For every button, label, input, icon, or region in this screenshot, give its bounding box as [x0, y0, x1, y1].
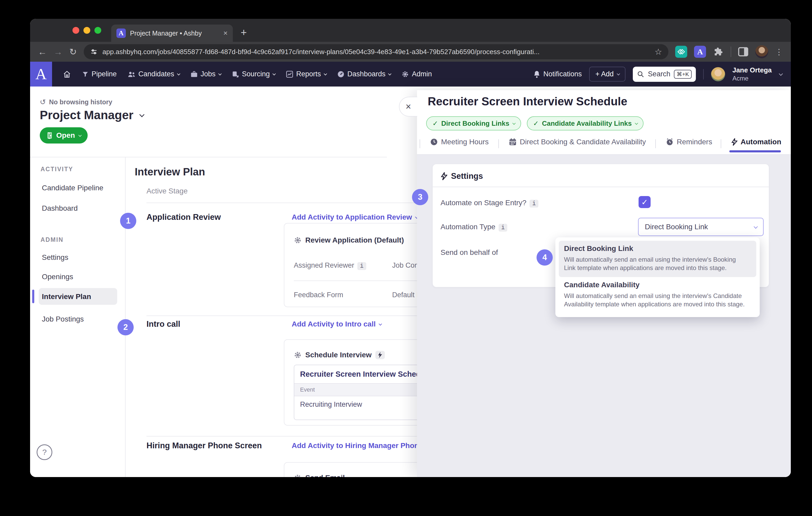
tab-label: Reminders — [677, 138, 712, 146]
event-label: Event — [294, 383, 431, 396]
activity-card-title: Review Application (Default) — [305, 236, 404, 244]
nav-item-dashboards[interactable]: Dashboards — [337, 70, 391, 78]
chevron-down-icon — [78, 133, 82, 137]
chevron-down-icon[interactable] — [139, 112, 144, 117]
nav-item-reports[interactable]: Reports — [286, 70, 326, 78]
job-title-row[interactable]: Project Manager — [40, 108, 143, 122]
back-icon[interactable]: ← — [38, 47, 47, 57]
tab-label: Automation — [741, 138, 781, 146]
sidebar-divider — [125, 157, 125, 477]
extensions-puzzle-icon[interactable] — [713, 46, 724, 57]
sidebar-item-interview-plan[interactable]: Interview Plan — [42, 293, 91, 301]
browser-window: A Project Manager • Ashby × + ← → ↻ app.… — [30, 19, 791, 477]
add-activity-link[interactable]: Add Activity to Application Review — [292, 213, 417, 221]
browser-tab[interactable]: A Project Manager • Ashby × — [111, 25, 233, 42]
tab-reminders[interactable]: Reminders — [666, 138, 712, 146]
site-settings-icon[interactable] — [90, 48, 98, 56]
panel-close-button[interactable]: × — [399, 97, 417, 117]
interview-schedule-panel: Recruiter Screen Interview Schedule ✓ Di… — [417, 90, 791, 477]
url-bar[interactable]: app.ashbyhq.com/jobs/40855877-fd68-487d-… — [84, 44, 669, 59]
direct-booking-links-badge[interactable]: ✓ Direct Booking Links — [426, 116, 521, 130]
panel-badges: ✓ Direct Booking Links ✓ Candidate Avail… — [426, 116, 643, 130]
automation-type-label: Automation Typei — [440, 223, 507, 232]
sidebar-item-dashboard[interactable]: Dashboard — [42, 204, 78, 213]
tab-close-icon[interactable]: × — [224, 29, 228, 37]
nav-item-admin[interactable]: Admin — [402, 70, 432, 78]
interview-schedule-card[interactable]: Recruiter Screen Interview Schedule Even… — [294, 365, 432, 420]
search-label: Search — [648, 70, 670, 78]
settings-header: Settings — [440, 172, 483, 181]
tab-direct-booking-candidate-availability[interactable]: Direct Booking & Candidate Availability — [509, 138, 646, 146]
browsing-history[interactable]: ↺ No browsing history — [40, 98, 112, 107]
stage-name-application-review: Application Review — [146, 213, 221, 222]
browser-menu-icon[interactable]: ⋮ — [775, 47, 783, 57]
ashby-extension-icon[interactable]: A — [694, 46, 706, 58]
nav-item-label: Sourcing — [242, 70, 270, 78]
tab-automation[interactable]: Automation — [731, 138, 781, 146]
job-status-button[interactable]: Open — [40, 127, 88, 144]
bolt-icon — [440, 172, 447, 180]
home-nav-button[interactable] — [63, 70, 71, 78]
notifications-button[interactable]: Notifications — [533, 70, 582, 78]
chevron-down-icon — [324, 72, 327, 75]
help-button[interactable]: ? — [37, 444, 52, 460]
info-badge[interactable]: i — [357, 262, 366, 270]
info-badge[interactable]: i — [529, 200, 539, 208]
sidebar-section-admin: ADMIN — [40, 236, 64, 243]
browser-profile-avatar[interactable] — [755, 45, 768, 58]
extension-icon-teal[interactable] — [675, 46, 687, 58]
nav-item-label: Jobs — [201, 70, 215, 78]
annotation-circle-3: 3 — [412, 189, 428, 205]
badge-label: Candidate Availability Links — [542, 119, 632, 127]
info-badge[interactable]: i — [499, 224, 508, 232]
field-label: Assigned Revieweri — [294, 262, 366, 270]
new-tab-button[interactable]: + — [241, 27, 247, 38]
search-button[interactable]: Search ⌘+K — [633, 67, 696, 82]
automation-type-select[interactable]: Direct Booking Link — [638, 218, 763, 236]
sourcing-icon — [232, 70, 239, 78]
add-activity-link[interactable]: Add Activity to Hiring Manager Phone Scr — [292, 442, 437, 450]
bookmark-star-icon[interactable]: ☆ — [655, 47, 662, 57]
nav-item-jobs[interactable]: Jobs — [191, 70, 221, 78]
url-text[interactable]: app.ashbyhq.com/jobs/40855877-fd68-487d-… — [103, 48, 650, 56]
dropdown-option-direct-booking-link[interactable]: Direct Booking Link Will automatically s… — [559, 241, 756, 277]
traffic-light-close[interactable] — [72, 27, 79, 34]
sidebar-toggle-icon[interactable] — [738, 47, 748, 57]
reload-icon[interactable]: ↻ — [69, 47, 77, 57]
user-avatar[interactable] — [711, 67, 725, 81]
sidebar-item-openings[interactable]: Openings — [42, 273, 73, 281]
automate-checkbox[interactable]: ✓ — [639, 196, 650, 208]
stage-name-hiring-manager-phone-screen: Hiring Manager Phone Screen — [146, 441, 262, 450]
traffic-light-zoom[interactable] — [94, 27, 101, 34]
nav-item-sourcing[interactable]: Sourcing — [232, 70, 275, 78]
stage-name-intro-call: Intro call — [146, 320, 180, 329]
nav-item-label: Pipeline — [92, 70, 117, 78]
user-identity[interactable]: Jane Ortega Acme — [732, 66, 772, 82]
panel-title: Recruiter Screen Interview Schedule — [428, 95, 627, 108]
notifications-label: Notifications — [543, 70, 582, 78]
page-title: Interview Plan — [135, 166, 205, 178]
event-value[interactable]: Recruiting Interview — [294, 396, 431, 413]
reports-chart-icon — [286, 70, 293, 78]
sidebar-item-settings[interactable]: Settings — [42, 253, 68, 262]
nav-item-pipeline[interactable]: Pipeline — [82, 70, 117, 78]
chevron-down-icon — [177, 72, 180, 75]
traffic-light-minimize[interactable] — [83, 27, 90, 34]
ashby-logo[interactable]: A — [30, 62, 52, 87]
admin-gear-icon — [402, 70, 409, 78]
add-activity-link[interactable]: Add Activity to Intro call — [292, 320, 381, 328]
dropdown-option-candidate-availability[interactable]: Candidate Availability Will automaticall… — [559, 277, 756, 313]
nav-item-candidates[interactable]: Candidates — [128, 70, 179, 78]
add-activity-label: Add Activity to Hiring Manager Phone Scr — [292, 442, 437, 450]
add-button[interactable]: + Add — [589, 67, 626, 82]
sidebar-item-job-postings[interactable]: Job Postings — [42, 315, 84, 323]
option-description: Will automatically send an email using t… — [564, 292, 747, 308]
annotation-circle-4: 4 — [536, 249, 553, 266]
annotation-circle-1: 1 — [120, 213, 136, 229]
tab-meeting-hours[interactable]: Meeting Hours — [430, 138, 489, 146]
candidate-availability-links-badge[interactable]: ✓ Candidate Availability Links — [527, 116, 643, 130]
setting-label-text: Automate on Stage Entry? — [440, 199, 526, 207]
interview-schedule-title[interactable]: Recruiter Screen Interview Schedule — [294, 365, 431, 383]
sidebar-item-candidate-pipeline[interactable]: Candidate Pipeline — [42, 184, 103, 192]
option-title: Direct Booking Link — [564, 244, 751, 253]
